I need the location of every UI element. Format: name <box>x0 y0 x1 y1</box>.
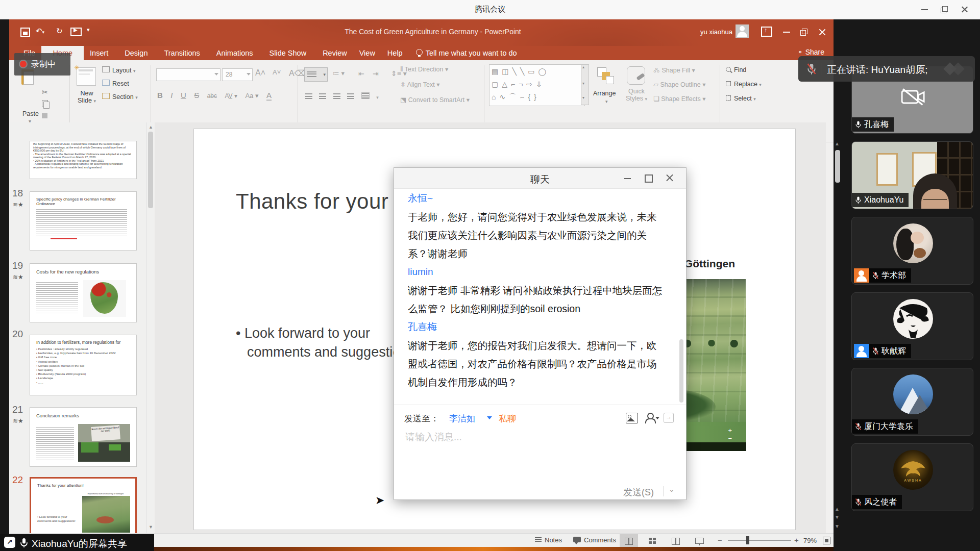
account-avatar[interactable] <box>736 24 749 38</box>
recipient-selector[interactable]: 李洁如 <box>449 413 475 424</box>
columns-icon[interactable] <box>361 92 370 99</box>
customize-qat-icon[interactable]: ▾ <box>87 27 90 33</box>
find-button[interactable]: Find <box>726 66 746 73</box>
chat-sender-name[interactable]: 永恒~ <box>408 189 673 208</box>
shape-effects-button[interactable]: ❏ Shape Effects ▾ <box>653 95 706 103</box>
chat-close-icon[interactable] <box>665 173 675 183</box>
map-zoom-in[interactable]: + <box>728 427 732 434</box>
tab-help[interactable]: Help <box>381 46 409 60</box>
shapes-gallery[interactable]: ▤◫╲╲▭◯▢△⌐¬⇨⇩⌂∿⌒⌢{} <box>489 64 585 106</box>
underline-icon[interactable]: U <box>181 91 186 99</box>
screenshot-icon[interactable] <box>664 413 674 423</box>
slide-thumbnail-20[interactable]: In addition to fertilizers, more regulat… <box>30 335 137 395</box>
redo-icon[interactable]: ↻ <box>56 27 63 36</box>
tab-slideshow[interactable]: Slide Show <box>263 46 313 60</box>
section-button[interactable]: Section ▾ <box>102 93 138 101</box>
zoom-level[interactable]: 79% <box>803 537 817 544</box>
ribbon-display-options-icon[interactable] <box>761 27 772 37</box>
editor-scrollbar-up-icon[interactable]: ▲ <box>835 141 840 146</box>
ppt-restore-icon[interactable] <box>799 27 809 37</box>
slide-thumbnail-21[interactable]: Conclusion remarks Bauer der wichtigste … <box>30 407 137 467</box>
send-image-icon[interactable] <box>626 413 638 423</box>
bullets-combo[interactable]: ▾ <box>304 67 328 82</box>
ppt-minimize-icon[interactable] <box>781 27 792 37</box>
align-center-icon[interactable] <box>319 93 326 99</box>
slide-thumbnail-19[interactable]: Costs for the new regulations <box>30 263 137 322</box>
editor-scrollbar-down-icon[interactable]: ▼ <box>835 523 840 529</box>
strikethrough-icon[interactable]: S <box>194 91 199 99</box>
increase-indent-icon[interactable]: ⇥ <box>373 69 379 78</box>
zoom-in-button[interactable]: + <box>794 536 799 544</box>
tab-transitions[interactable]: Transitions <box>158 46 206 60</box>
participant-tile[interactable]: XiaohuaYu <box>851 141 973 209</box>
grow-font-icon[interactable]: A˄ <box>255 68 265 78</box>
chat-message-list[interactable]: 永恒~ 于老师，您好，请问您觉得对于农业绿色发展来说，未来 我们更应该关注什么影… <box>408 189 673 404</box>
zoom-slider-handle[interactable] <box>746 536 749 544</box>
tab-design[interactable]: Design <box>118 46 154 60</box>
chat-sender-name[interactable]: liumin <box>408 263 673 281</box>
restore-icon[interactable] <box>940 5 949 14</box>
start-slideshow-icon[interactable]: ▶ <box>70 28 82 36</box>
quick-styles-button[interactable]: Quick Styles ▾ <box>625 88 648 102</box>
participant-tile[interactable]: 厦门大学袁乐 <box>851 368 973 436</box>
editor-scrollbar-thumb[interactable] <box>835 150 840 183</box>
thumbnail-scrollbar[interactable]: ▲ ▼ <box>146 122 155 533</box>
shrink-font-icon[interactable]: A˅ <box>273 68 281 76</box>
account-name[interactable]: yu xiaohua <box>700 28 732 36</box>
text-direction-button[interactable]: ⫴ Text Direction ▾ <box>400 65 448 73</box>
format-painter-icon[interactable] <box>42 113 47 118</box>
shape-outline-button[interactable]: ▱ Shape Outline ▾ <box>653 81 705 88</box>
zoom-slider-track[interactable] <box>728 540 791 541</box>
previous-slide-icon[interactable]: ▲ <box>835 506 840 512</box>
zoom-out-button[interactable]: − <box>718 536 722 544</box>
chat-header[interactable]: 聊天 <box>394 168 686 189</box>
comments-button[interactable]: Comments <box>573 536 616 544</box>
chat-sender-name[interactable]: 孔喜梅 <box>408 318 673 336</box>
shape-fill-button[interactable]: 🝆 Shape Fill ▾ <box>653 66 695 74</box>
tab-insert[interactable]: Insert <box>84 46 114 60</box>
replace-button[interactable]: Replace ▾ <box>726 81 762 88</box>
fit-slide-icon[interactable] <box>823 537 830 544</box>
arrange-icon[interactable] <box>597 67 615 85</box>
align-text-button[interactable]: ⇳ Align Text ▾ <box>400 81 439 88</box>
quick-styles-icon[interactable] <box>627 66 645 85</box>
new-slide-icon[interactable]: ✳ <box>77 67 96 86</box>
notes-button[interactable]: Notes <box>535 536 562 544</box>
participant-tile[interactable]: AWSHA 风之使者 <box>851 443 973 511</box>
font-color-icon[interactable]: A <box>266 91 272 101</box>
align-left-icon[interactable] <box>305 93 312 99</box>
send-button[interactable]: 发送(S) <box>623 486 654 498</box>
normal-view-button[interactable] <box>620 534 638 547</box>
recipient-dropdown-icon[interactable] <box>487 416 492 422</box>
shapes-scrollbar[interactable]: ▴ ▾ ▾ <box>581 64 589 105</box>
change-case-icon[interactable]: Aa ▾ <box>245 92 258 99</box>
cut-icon[interactable]: ✂ <box>42 88 48 97</box>
chat-scrollbar-thumb[interactable] <box>679 339 683 403</box>
new-slide-button[interactable]: New Slide ▾ <box>77 90 97 104</box>
copy-icon[interactable] <box>42 100 48 107</box>
font-name-combo[interactable] <box>156 68 220 81</box>
arrange-button[interactable]: Arrange <box>593 90 616 97</box>
tab-view[interactable]: View <box>353 46 381 60</box>
tab-review[interactable]: Review <box>316 46 353 60</box>
numbering-icon[interactable]: ≔ ▾ <box>333 69 345 77</box>
convert-smartart-button[interactable]: ⬔ Convert to SmartArt ▾ <box>400 96 470 104</box>
decrease-indent-icon[interactable]: ⇤ <box>358 69 364 78</box>
participant-tile[interactable]: 学术部 <box>851 217 973 285</box>
slide-thumbnail-18[interactable]: Specific policy changes in German Fertil… <box>30 191 137 251</box>
layout-button[interactable]: Layout ▾ <box>102 66 136 74</box>
select-button[interactable]: Select ▾ <box>726 95 756 102</box>
next-slide-icon[interactable]: ▼ <box>835 514 840 520</box>
text-shadow-icon[interactable]: abc <box>207 92 217 99</box>
bold-icon[interactable]: B <box>157 91 163 99</box>
justify-icon[interactable] <box>347 93 354 99</box>
align-right-icon[interactable] <box>333 93 340 99</box>
send-options-chevron-icon[interactable]: ⌄ <box>669 485 675 493</box>
tab-animations[interactable]: Animations <box>210 46 259 60</box>
chat-minimize-icon[interactable] <box>623 173 633 183</box>
slide-sorter-view-button[interactable] <box>643 534 662 547</box>
mention-person-icon[interactable] <box>645 413 657 423</box>
paste-button[interactable]: Paste <box>22 110 39 117</box>
slideshow-view-button[interactable] <box>690 534 708 547</box>
map-zoom-out[interactable]: − <box>728 435 732 442</box>
